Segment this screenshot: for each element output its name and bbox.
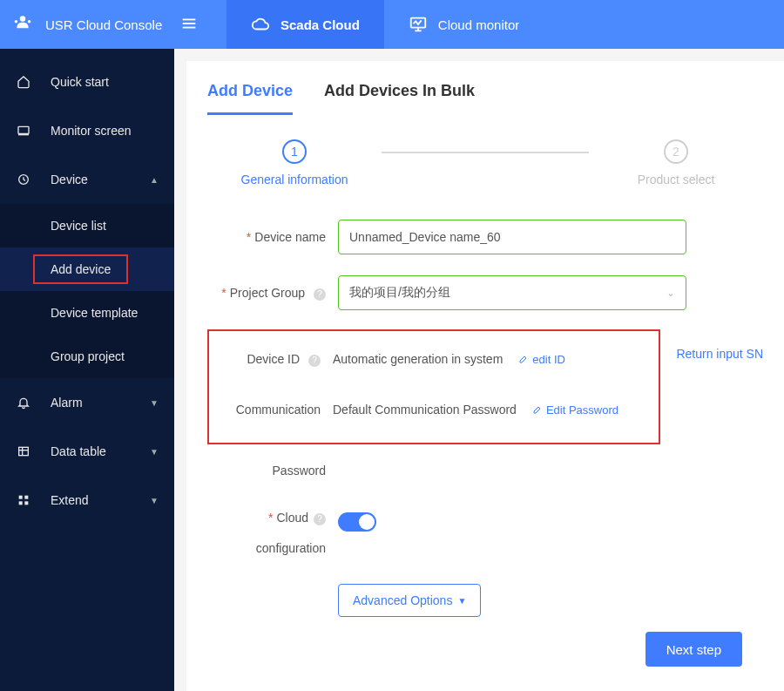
- sidebar-sub-group-project[interactable]: Group project: [0, 335, 174, 378]
- sidebar-sub-label: Device list: [51, 219, 106, 233]
- svg-rect-16: [24, 496, 28, 499]
- screen-icon: [16, 124, 31, 138]
- comm-password-value: Default Communication Password: [333, 403, 517, 417]
- highlight-box: Device ID ? Automatic generation in syst…: [207, 329, 660, 444]
- sidebar-item-data-table[interactable]: Data table ▼: [0, 427, 174, 476]
- svg-rect-17: [19, 501, 23, 505]
- header-tab-label: Cloud monitor: [438, 17, 519, 32]
- row-project-group: *Project Group ? 我的项目/我的分组 ⌄: [207, 274, 763, 312]
- svg-rect-15: [19, 496, 23, 499]
- label-device-name: *Device name: [207, 230, 338, 244]
- svg-point-0: [20, 16, 26, 22]
- row-advanced: Advanced Options ▼: [207, 581, 763, 620]
- chevron-down-icon: ▼: [150, 496, 159, 505]
- label-project-group: *Project Group ?: [207, 286, 338, 301]
- chevron-down-icon: ⌄: [666, 287, 675, 299]
- step-label: Product select: [638, 173, 715, 186]
- content-tabs: Add Device Add Devices In Bulk: [186, 82, 784, 115]
- clock-icon: [16, 173, 31, 186]
- edit-id-link[interactable]: edit ID: [518, 353, 565, 366]
- edit-icon: [532, 404, 543, 415]
- device-name-input[interactable]: [338, 220, 686, 254]
- label-comm-password: Communication: [216, 403, 333, 417]
- row-device-id: Device ID ? Automatic generation in syst…: [216, 340, 652, 378]
- help-icon[interactable]: ?: [314, 288, 326, 301]
- select-value: 我的项目/我的分组: [349, 285, 450, 301]
- row-comm-password-line2: Password: [207, 451, 763, 490]
- sidebar-item-alarm[interactable]: Alarm ▼: [0, 378, 174, 427]
- header-tab-label: Scada Cloud: [280, 17, 360, 32]
- brand-area: USR Cloud Console: [0, 0, 226, 49]
- row-comm-password: Communication Default Communication Pass…: [216, 390, 652, 429]
- sidebar-sub-add-device[interactable]: Add device: [0, 247, 174, 291]
- required-asterisk: *: [268, 511, 273, 525]
- label-cloud-config: *Cloud? configuration: [207, 511, 338, 555]
- advanced-options-button[interactable]: Advanced Options ▼: [338, 584, 481, 617]
- person-logo-icon: [10, 12, 35, 37]
- cloud-config-toggle[interactable]: [338, 512, 376, 532]
- device-id-value: Automatic generation in system: [333, 352, 503, 366]
- stepper: 1 General information 2 Product select: [207, 139, 763, 186]
- tab-add-devices-bulk[interactable]: Add Devices In Bulk: [324, 82, 475, 115]
- chevron-up-icon: ▲: [150, 175, 159, 185]
- svg-rect-18: [24, 501, 28, 505]
- project-group-select[interactable]: 我的项目/我的分组 ⌄: [338, 275, 686, 310]
- help-icon[interactable]: ?: [308, 355, 321, 367]
- sidebar-sub-device-template[interactable]: Device template: [0, 291, 174, 335]
- sidebar-item-label: Alarm: [51, 396, 83, 410]
- sidebar-sub-label: Group project: [51, 349, 125, 363]
- hamburger-icon[interactable]: [179, 14, 199, 36]
- label-device-id: Device ID ?: [216, 352, 333, 367]
- sidebar-item-monitor-screen[interactable]: Monitor screen: [0, 106, 174, 155]
- sidebar-sub-label: Add device: [33, 254, 128, 284]
- sidebar-item-extend[interactable]: Extend ▼: [0, 476, 174, 525]
- step-circle-2: 2: [664, 139, 688, 164]
- sidebar-item-label: Monitor screen: [51, 124, 132, 138]
- sidebar: Quick start Monitor screen Device ▲ Devi…: [0, 49, 174, 691]
- header-tabs: Scada Cloud Cloud monitor: [226, 0, 544, 49]
- sidebar-item-label: Quick start: [51, 75, 109, 89]
- step-label: General information: [241, 173, 348, 186]
- sidebar-item-label: Device: [51, 173, 88, 186]
- monitor-icon: [409, 15, 428, 34]
- chevron-down-icon: ▼: [150, 447, 159, 457]
- required-asterisk: *: [221, 286, 226, 300]
- tab-cloud-monitor[interactable]: Cloud monitor: [384, 0, 544, 49]
- step-circle-1: 1: [282, 139, 307, 164]
- svg-rect-12: [19, 447, 29, 455]
- edit-password-link[interactable]: Edit Password: [532, 403, 618, 417]
- sidebar-sub-label: Device template: [51, 306, 138, 320]
- table-icon: [16, 444, 31, 458]
- row-device-name: *Device name: [207, 218, 763, 256]
- home-icon: [16, 75, 31, 89]
- bell-icon: [16, 396, 31, 410]
- required-asterisk: *: [247, 230, 251, 244]
- sidebar-item-quick-start[interactable]: Quick start: [0, 58, 174, 106]
- row-cloud-config: *Cloud? configuration: [207, 511, 763, 555]
- svg-point-2: [28, 20, 30, 23]
- return-input-sn-link[interactable]: Return input SN: [676, 347, 763, 361]
- step-product-select: 2 Product select: [589, 139, 763, 186]
- sidebar-submenu-device: Device list Add device Device template G…: [0, 204, 174, 378]
- tab-add-device[interactable]: Add Device: [207, 82, 293, 115]
- toggle-knob: [359, 514, 375, 530]
- tab-scada-cloud[interactable]: Scada Cloud: [226, 0, 384, 49]
- svg-rect-9: [18, 126, 29, 133]
- help-icon[interactable]: ?: [314, 513, 326, 525]
- step-general-info: 1 General information: [207, 139, 382, 186]
- sidebar-item-device[interactable]: Device ▲: [0, 155, 174, 204]
- sidebar-item-label: Extend: [51, 493, 89, 507]
- top-header: USR Cloud Console Scada Cloud Cloud moni…: [0, 0, 784, 49]
- chevron-down-icon: ▼: [150, 398, 159, 408]
- brand-title: USR Cloud Console: [45, 17, 162, 32]
- label-comm-password-line2: Password: [207, 464, 338, 478]
- next-step-button[interactable]: Next step: [645, 632, 742, 667]
- caret-down-icon: ▼: [457, 596, 466, 606]
- step-connector: [382, 152, 589, 153]
- sidebar-sub-device-list[interactable]: Device list: [0, 204, 174, 247]
- sidebar-item-label: Data table: [51, 444, 106, 458]
- grid-icon: [16, 493, 31, 507]
- svg-point-1: [15, 20, 17, 23]
- main-panel: Add Device Add Devices In Bulk 1 General…: [186, 61, 784, 691]
- edit-icon: [518, 354, 529, 364]
